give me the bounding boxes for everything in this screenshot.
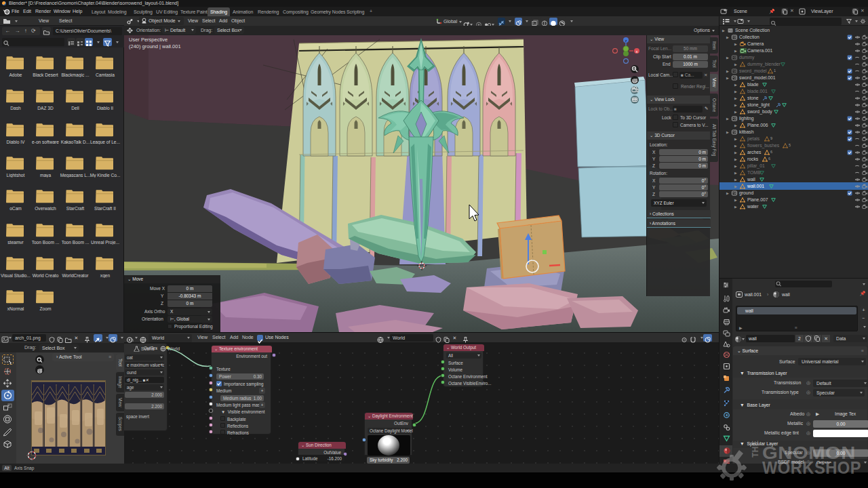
svg-text:x: x	[636, 49, 638, 54]
svg-text:User Perspective: User Perspective	[129, 37, 167, 43]
svg-text:WORKSHOP: WORKSHOP	[762, 458, 861, 478]
svg-text:z: z	[625, 39, 627, 43]
svg-text:(240) ground | wall.001: (240) ground | wall.001	[129, 43, 181, 49]
svg-text:THE: THE	[751, 441, 760, 458]
